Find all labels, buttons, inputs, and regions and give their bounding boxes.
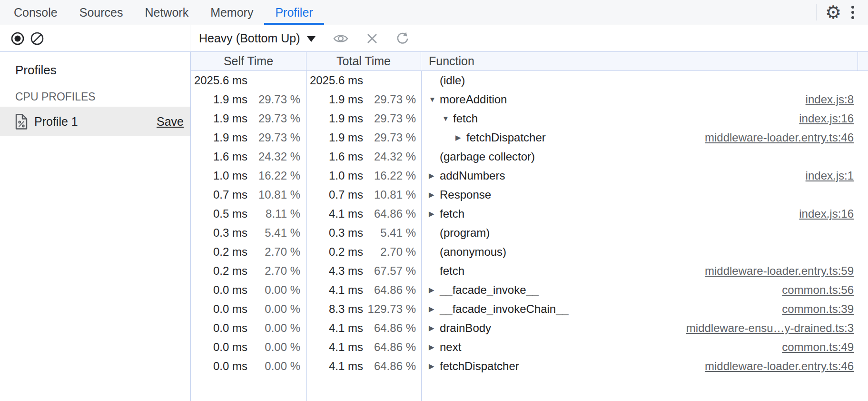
source-link[interactable]: middleware-loader.entry.ts:59: [705, 261, 868, 281]
source-link[interactable]: common.ts:49: [782, 338, 868, 357]
focus-eye-icon[interactable]: [333, 33, 349, 44]
column-header-total-time[interactable]: Total Time: [306, 52, 421, 70]
self-time-ms: 1.9 ms: [191, 109, 247, 128]
tab-network[interactable]: Network: [134, 0, 199, 25]
function-name: fetchDispatcher: [440, 357, 519, 376]
self-time-percent: 16.22 %: [247, 166, 300, 185]
total-time-cell: 4.1 ms 64.86 %: [306, 357, 421, 376]
self-time-percent: 0.00 %: [247, 300, 300, 319]
tab-sources[interactable]: Sources: [69, 0, 134, 25]
expander-arrow-icon[interactable]: ▶: [429, 166, 440, 185]
table-row[interactable]: 1.9 ms 29.73 % 1.9 ms 29.73 % ▶ fetchDis…: [191, 128, 868, 147]
total-time-percent: 2.70 %: [363, 242, 416, 261]
expander-arrow-icon[interactable]: ▶: [455, 128, 466, 147]
chevron-down-icon: [307, 36, 316, 42]
table-row[interactable]: 1.9 ms 29.73 % 1.9 ms 29.73 % ▼ moreAddi…: [191, 90, 868, 109]
function-name: fetch: [440, 261, 464, 281]
kebab-menu-icon[interactable]: [844, 1, 861, 23]
settings-gear-icon[interactable]: ⚙: [822, 1, 844, 23]
tab-label: Sources: [79, 6, 123, 20]
table-row[interactable]: 0.0 ms 0.00 % 4.1 ms 64.86 % ▶ __facade_…: [191, 281, 868, 300]
profiler-toolbar: Heavy (Bottom Up): [0, 25, 868, 52]
function-cell: (anonymous): [421, 242, 868, 261]
exclude-close-icon[interactable]: [366, 32, 378, 45]
restore-refresh-icon[interactable]: [395, 31, 410, 46]
source-link[interactable]: middleware-loader.entry.ts:46: [705, 128, 868, 147]
table-row[interactable]: 0.0 ms 0.00 % 8.3 ms 129.73 % ▶ __facade…: [191, 300, 868, 319]
expander-arrow-icon[interactable]: ▶: [429, 185, 440, 204]
source-link[interactable]: common.ts:56: [782, 281, 868, 300]
tab-memory[interactable]: Memory: [199, 0, 264, 25]
function-cell: ▶ drainBody middleware-ensu…y-drained.ts…: [421, 319, 868, 338]
total-time-cell: 4.1 ms 64.86 %: [306, 319, 421, 338]
function-name: fetch: [453, 109, 478, 128]
function-cell: ▶ Response: [421, 185, 868, 204]
table-row[interactable]: 1.9 ms 29.73 % 1.9 ms 29.73 % ▼ fetch in…: [191, 109, 868, 128]
profiler-controls: [0, 25, 190, 51]
self-time-cell: 1.0 ms 16.22 %: [191, 166, 306, 185]
expander-arrow-icon[interactable]: ▼: [442, 109, 453, 128]
self-time-percent: 10.81 %: [247, 185, 300, 204]
total-time-cell: 0.7 ms 10.81 %: [306, 185, 421, 204]
self-time-cell: 0.7 ms 10.81 %: [191, 185, 306, 204]
total-time-ms: 4.3 ms: [306, 261, 363, 281]
total-time-cell: 0.3 ms 5.41 %: [306, 223, 421, 242]
profile-item[interactable]: Profile 1 Save: [0, 107, 190, 136]
view-mode-dropdown[interactable]: Heavy (Bottom Up): [199, 31, 316, 45]
total-time-cell: 1.6 ms 24.32 %: [306, 147, 421, 166]
source-link[interactable]: index.js:1: [806, 166, 868, 185]
self-time-cell: 0.0 ms 0.00 %: [191, 300, 306, 319]
tab-profiler[interactable]: Profiler: [264, 0, 324, 25]
table-row[interactable]: 0.5 ms 8.11 % 4.1 ms 64.86 % ▶ fetch ind…: [191, 204, 868, 223]
source-link[interactable]: middleware-loader.entry.ts:46: [705, 357, 868, 376]
main-tab-bar: Console Sources Network Memory Profiler …: [0, 0, 868, 25]
expander-arrow-icon[interactable]: ▶: [429, 357, 440, 376]
function-cell: ▶ addNumbers index.js:1: [421, 166, 868, 185]
total-time-ms: 1.9 ms: [306, 90, 363, 109]
total-time-percent: 29.73 %: [363, 128, 416, 147]
total-time-cell: 1.9 ms 29.73 %: [306, 109, 421, 128]
record-icon[interactable]: [11, 32, 24, 45]
table-row[interactable]: 0.0 ms 0.00 % 4.1 ms 64.86 % ▶ next comm…: [191, 338, 868, 357]
self-time-percent: 8.11 %: [247, 204, 300, 223]
source-link[interactable]: index.js:16: [799, 204, 868, 223]
table-row[interactable]: 0.0 ms 0.00 % 4.1 ms 64.86 % ▶ fetchDisp…: [191, 357, 868, 376]
table-row[interactable]: 1.0 ms 16.22 % 1.0 ms 16.22 % ▶ addNumbe…: [191, 166, 868, 185]
save-link[interactable]: Save: [157, 115, 184, 129]
self-time-ms: 0.5 ms: [191, 204, 247, 223]
self-time-percent: 29.73 %: [247, 109, 300, 128]
source-link[interactable]: middleware-ensu…y-drained.ts:3: [686, 319, 868, 338]
expander-arrow-icon[interactable]: ▶: [429, 281, 440, 300]
table-row[interactable]: 1.6 ms 24.32 % 1.6 ms 24.32 % (garbage c…: [191, 147, 868, 166]
function-cell: ▶ fetch index.js:16: [421, 204, 868, 223]
total-time-ms: 4.1 ms: [306, 338, 363, 357]
source-link[interactable]: index.js:8: [806, 90, 868, 109]
expander-arrow-icon[interactable]: ▶: [429, 300, 440, 319]
total-time-ms: 4.1 ms: [306, 281, 363, 300]
profile-name: Profile 1: [34, 115, 78, 129]
table-row[interactable]: 0.2 ms 2.70 % 0.2 ms 2.70 % (anonymous): [191, 242, 868, 261]
total-time-percent: 64.86 %: [363, 338, 416, 357]
expander-arrow-icon[interactable]: ▶: [429, 204, 440, 223]
table-row[interactable]: 2025.6 ms 2025.6 ms (idle): [191, 71, 868, 90]
expander-arrow-icon[interactable]: ▶: [429, 338, 440, 357]
function-cell: ▼ fetch index.js:16: [421, 109, 868, 128]
column-header-function[interactable]: Function: [421, 52, 858, 70]
source-link[interactable]: common.ts:39: [782, 300, 868, 319]
expander-arrow-icon[interactable]: ▶: [429, 319, 440, 338]
clear-icon[interactable]: [30, 32, 44, 45]
self-time-ms: 0.7 ms: [191, 185, 247, 204]
total-time-percent: 129.73 %: [363, 300, 416, 319]
table-row[interactable]: 0.0 ms 0.00 % 4.1 ms 64.86 % ▶ drainBody…: [191, 319, 868, 338]
total-time-ms: 4.1 ms: [306, 357, 363, 376]
function-name: (anonymous): [440, 242, 506, 261]
tab-console[interactable]: Console: [3, 0, 69, 25]
source-link[interactable]: index.js:16: [799, 109, 868, 128]
table-row[interactable]: 0.7 ms 10.81 % 0.7 ms 10.81 % ▶ Response: [191, 185, 868, 204]
column-header-self-time[interactable]: Self Time: [191, 52, 306, 70]
table-row[interactable]: 0.3 ms 5.41 % 0.3 ms 5.41 % (program): [191, 223, 868, 242]
table-row[interactable]: 0.2 ms 2.70 % 4.3 ms 67.57 % fetch middl…: [191, 261, 868, 281]
self-time-cell: 2025.6 ms: [191, 71, 306, 90]
indent: [429, 138, 455, 138]
expander-arrow-icon[interactable]: ▼: [429, 90, 440, 109]
